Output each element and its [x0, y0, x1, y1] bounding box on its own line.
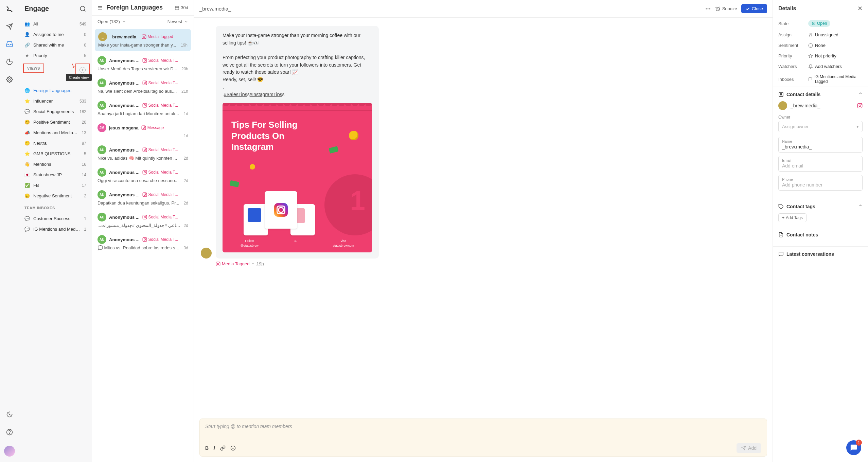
close-button[interactable]: Close	[741, 4, 767, 13]
sidebar-view-item[interactable]: 👋Mentions16	[19, 159, 92, 170]
name-field[interactable]: Name _brew.media_	[778, 137, 863, 153]
help-icon[interactable]	[5, 428, 14, 436]
svg-point-2	[9, 433, 10, 434]
sidebar-view-item[interactable]: 😊Positive Sentiment20	[19, 117, 92, 127]
conversation-item[interactable]: AU Anonymous ... Social Media T... Unser…	[92, 53, 194, 75]
conversation-item[interactable]: AU Anonymous ... Social Media T... Nike …	[92, 142, 194, 164]
sidebar-view-item[interactable]: ⭐Influencer533	[19, 96, 92, 106]
send-icon[interactable]	[5, 22, 14, 31]
phone-field[interactable]: Phone Add phone number	[778, 175, 863, 191]
svg-point-49	[861, 104, 861, 104]
conversation-item[interactable]: AU Anonymous ... Social Media T... Dapat…	[92, 187, 194, 209]
svg-point-21	[144, 149, 145, 151]
search-icon[interactable]	[79, 5, 86, 12]
svg-point-13	[145, 82, 146, 82]
svg-point-3	[81, 6, 85, 11]
add-tags-button[interactable]: +Add Tags	[778, 213, 807, 222]
svg-point-9	[144, 60, 145, 61]
svg-point-31	[145, 216, 146, 216]
message-timestamp[interactable]: 19h	[256, 261, 264, 266]
message-image: Tips For Selling Products On Instagram 1…	[223, 103, 372, 252]
menu-icon[interactable]	[98, 5, 103, 11]
conversation-item[interactable]: AU Anonymous ... Social Media T... Oggi …	[92, 164, 194, 187]
sidebar-view-item[interactable]: ✅FB17	[19, 180, 92, 191]
chevron-up-icon[interactable]: ⌃	[858, 204, 863, 209]
state-value[interactable]: Open	[808, 20, 863, 27]
settings-icon[interactable]	[5, 75, 14, 84]
reports-icon[interactable]	[5, 58, 14, 66]
svg-point-46	[780, 93, 782, 95]
watchers-value[interactable]: Add watchers	[808, 64, 863, 69]
snooze-button[interactable]: Snooze	[715, 6, 737, 12]
composer-placeholder: Start typing @ to mention team members	[205, 424, 761, 441]
sidebar-filter-item[interactable]: ★Priority5	[19, 50, 92, 61]
conversation-contact: _brew.media_	[199, 6, 701, 12]
duration-selector[interactable]: 30d	[175, 5, 188, 10]
emoji-icon[interactable]	[230, 445, 236, 451]
link-icon[interactable]	[220, 445, 226, 451]
email-field[interactable]: Email Add email	[778, 156, 863, 172]
instagram-icon[interactable]	[857, 103, 863, 108]
inbox-icon[interactable]	[5, 40, 14, 48]
sidebar-view-item[interactable]: 🌐Foreign Languages	[19, 85, 92, 96]
contact-notes-header: Contact notes	[786, 232, 818, 237]
conversation-item[interactable]: AU Anonymous ... Social Media T... ...وا…	[92, 209, 194, 232]
conversation-item[interactable]: JM jesus mogena Message 1d	[92, 120, 194, 142]
sentiment-value[interactable]: None	[808, 43, 863, 48]
sidebar-view-item[interactable]: 💬Social Engagements182	[19, 106, 92, 117]
contact-avatar	[778, 101, 787, 110]
composer[interactable]: Start typing @ to mention team members B…	[199, 419, 767, 457]
sidebar-view-item[interactable]: 😐Neutral87	[19, 138, 92, 148]
add-button[interactable]: Add	[737, 443, 761, 453]
add-view-button[interactable]: +	[79, 67, 86, 73]
priority-value[interactable]: Not priority	[808, 53, 863, 58]
italic-icon[interactable]: I	[213, 445, 215, 451]
conversation-item[interactable]: AU Anonymous ... Social Media T... Saatn…	[92, 97, 194, 120]
page-title: Engage	[24, 5, 49, 13]
conversation-item[interactable]: AU Anonymous ... Social Media T... Na, w…	[92, 75, 194, 97]
svg-point-42	[231, 446, 235, 450]
svg-point-44	[809, 43, 813, 48]
inboxes-value[interactable]: IG Mentions and Media Tagged	[808, 74, 863, 84]
svg-point-37	[709, 8, 710, 9]
sidebar-view-item[interactable]: 😠Negative Sentiment2	[19, 191, 92, 201]
create-view-tooltip: Create view	[66, 74, 92, 81]
close-details-icon[interactable]: ✕	[857, 5, 863, 12]
sidebar-view-item[interactable]: ⭐GMB QUESTIONS5	[19, 148, 92, 159]
svg-point-0	[8, 79, 10, 81]
sidebar-team-inbox-item[interactable]: 💬IG Mentions and Media Tag...1	[19, 224, 92, 234]
message-tag: Media Tagged	[216, 261, 249, 266]
assign-value[interactable]: Unassigned	[808, 32, 863, 37]
message-avatar: _	[201, 248, 212, 259]
latest-conversations-header: Latest conversations	[786, 251, 834, 257]
chat-widget[interactable]: 1	[846, 440, 861, 455]
svg-point-16	[145, 104, 146, 104]
sidebar-filter-item[interactable]: 👥All549	[19, 19, 92, 29]
contact-tags-header: Contact tags	[786, 204, 815, 209]
conversation-item[interactable]: AU Anonymous ... Social Media T... 💭 Mit…	[92, 232, 194, 254]
bold-icon[interactable]: B	[205, 445, 209, 451]
svg-point-33	[144, 239, 145, 241]
status-filter[interactable]: Open (132)	[98, 19, 126, 24]
sidebar-filter-item[interactable]: 🔗Shared with me0	[19, 40, 92, 50]
user-avatar[interactable]	[4, 446, 15, 457]
owner-select[interactable]: Assign owner ▾	[778, 121, 863, 132]
svg-point-18	[143, 127, 144, 129]
sidebar-filter-item[interactable]: 👤Assigned to me0	[19, 29, 92, 40]
sidebar-view-item[interactable]: 🇯🇵Statusbrew JP14	[19, 170, 92, 180]
svg-point-36	[707, 8, 708, 9]
chat-badge: 1	[856, 440, 862, 446]
sort-selector[interactable]: Newest	[167, 19, 188, 24]
sidebar-team-inbox-item[interactable]: 💬Customer Success1	[19, 213, 92, 224]
svg-point-6	[143, 36, 145, 38]
view-title: Foreign Languages	[106, 4, 171, 11]
svg-point-25	[145, 171, 146, 171]
more-icon[interactable]	[705, 6, 711, 12]
conversation-item[interactable]: _ _brew.media_ Media Tagged Make your In…	[95, 29, 191, 51]
svg-point-43	[810, 33, 812, 35]
contact-name: _brew.media_	[791, 103, 854, 108]
chevron-up-icon[interactable]: ⌃	[858, 92, 863, 97]
details-title: Details	[778, 5, 796, 12]
theme-icon[interactable]	[5, 410, 14, 419]
sidebar-view-item[interactable]: 📣Mentions and Media Tagg...13	[19, 127, 92, 138]
